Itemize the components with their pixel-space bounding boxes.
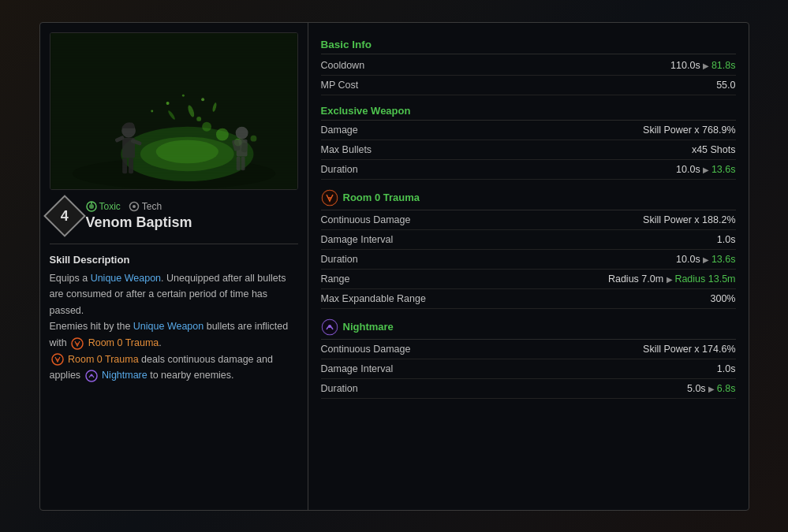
svg-point-39 [90, 374, 92, 376]
skill-header: 4 Toxic [50, 198, 298, 234]
tag-tech: Tech [129, 201, 162, 212]
stat-damage-ew: Damage Skill Power x 768.9% [321, 121, 736, 140]
link-room0trauma-1: Room 0 Trauma [88, 337, 159, 348]
stat-continuous-dmg-r0: Continuous Damage Skill Power x 188.2% [321, 210, 736, 230]
right-panel: Basic Info Cooldown 110.0s 81.8s MP Cost… [308, 23, 749, 510]
stat-dmg-interval-nm-value: 1.0s [717, 363, 736, 374]
subheader-room0trauma: Room 0 Trauma [321, 183, 736, 210]
stat-dmg-interval-r0-value: 1.0s [717, 234, 736, 245]
left-panel: 4 Toxic [40, 23, 308, 510]
stat-duration-r0: Duration 10.0s 13.6s [321, 250, 736, 270]
stat-duration-r0-value: 10.0s 13.6s [676, 254, 735, 265]
nightmare-section-icon [321, 318, 338, 336]
tag-toxic: Toxic [86, 201, 121, 212]
skill-level-number: 4 [60, 207, 68, 224]
stat-continuous-dmg-nm: Continuous Damage Skill Power x 174.6% [321, 340, 736, 359]
link-unique-weapon-2: Unique Weapon [133, 321, 204, 332]
description-body: Equips a Unique Weapon. Unequipped after… [50, 270, 298, 384]
stat-mp-cost-label: MP Cost [321, 80, 359, 91]
stat-max-bullets-value: x45 Shots [692, 144, 736, 155]
stat-dmg-interval-nm-label: Damage Interval [321, 363, 394, 374]
stat-duration-r0-label: Duration [321, 254, 358, 265]
stat-cooldown-value: 110.0s 81.8s [670, 60, 735, 71]
stat-max-range-r0-label: Max Expandable Range [321, 293, 426, 304]
nightmare-inline-icon [85, 370, 98, 382]
stat-range-r0-label: Range [321, 273, 350, 285]
room0trauma-inline-icon-1 [71, 337, 84, 350]
stat-duration-nm: Duration 5.0s 6.8s [321, 379, 736, 399]
exclusive-weapon-label: Exclusive Weapon [321, 105, 411, 117]
subheader-exclusive-weapon: Exclusive Weapon [321, 99, 736, 121]
stat-cooldown-label: Cooldown [321, 60, 365, 71]
skill-card: 4 Toxic [39, 22, 749, 511]
stat-range-r0-value: Radius 7.0m Radius 13.5m [608, 273, 736, 285]
skill-description-section: Skill Description Equips a Unique Weapon… [50, 254, 298, 384]
room0trauma-section-icon [321, 189, 338, 206]
link-room0trauma-2: Room 0 Trauma [68, 354, 139, 365]
stat-max-bullets: Max Bullets x45 Shots [321, 140, 736, 160]
svg-rect-29 [50, 33, 297, 189]
stat-cooldown: Cooldown 110.0s 81.8s [321, 56, 736, 76]
stat-max-range-r0-value: 300% [711, 293, 736, 304]
stat-cont-dmg-r0-value: Skill Power x 188.2% [643, 214, 735, 225]
link-nightmare: Nightmare [102, 370, 148, 381]
skill-level-badge: 4 [43, 195, 86, 237]
stat-duration-ew-label: Duration [321, 164, 358, 175]
section-basic-info: Basic Info [321, 34, 736, 54]
skill-preview [50, 32, 298, 190]
skill-title-area: Toxic Tech Venom Baptism [86, 201, 192, 231]
stat-cont-dmg-nm-value: Skill Power x 174.6% [643, 344, 735, 355]
svg-point-35 [133, 205, 136, 208]
stat-duration-ew-value: 10.0s 13.6s [676, 164, 735, 175]
stat-dmg-interval-r0: Damage Interval 1.0s [321, 230, 736, 250]
stat-mp-cost-value: 55.0 [716, 80, 735, 91]
stat-range-r0: Range Radius 7.0m Radius 13.5m [321, 270, 736, 289]
skill-tags: Toxic Tech [86, 201, 192, 212]
stat-max-bullets-label: Max Bullets [321, 144, 372, 155]
nightmare-label: Nightmare [343, 321, 394, 333]
stat-duration-nm-value: 5.0s 6.8s [687, 383, 736, 394]
room0trauma-label: Room 0 Trauma [343, 192, 420, 203]
tech-icon [129, 201, 140, 212]
room0trauma-inline-icon-2 [51, 353, 64, 366]
subheader-nightmare: Nightmare [321, 312, 736, 340]
toxic-icon [86, 201, 97, 212]
divider [50, 244, 298, 244]
stat-damage-ew-label: Damage [321, 125, 358, 136]
stat-duration-ew: Duration 10.0s 13.6s [321, 160, 736, 180]
stat-max-range-r0: Max Expandable Range 300% [321, 289, 736, 309]
stat-mp-cost: MP Cost 55.0 [321, 76, 736, 95]
stat-cont-dmg-r0-label: Continuous Damage [321, 214, 411, 225]
link-unique-weapon-1: Unique Weapon [91, 273, 161, 284]
stat-dmg-interval-r0-label: Damage Interval [321, 234, 394, 245]
stat-damage-ew-value: Skill Power x 768.9% [643, 125, 735, 136]
page-wrapper: 4 Toxic [0, 0, 788, 532]
stat-cont-dmg-nm-label: Continuous Damage [321, 344, 411, 355]
stat-dmg-interval-nm: Damage Interval 1.0s [321, 359, 736, 379]
stat-duration-nm-label: Duration [321, 383, 358, 394]
description-title: Skill Description [50, 254, 298, 266]
svg-point-44 [328, 325, 331, 328]
svg-point-32 [89, 204, 94, 209]
skill-name: Venom Baptism [86, 214, 192, 231]
